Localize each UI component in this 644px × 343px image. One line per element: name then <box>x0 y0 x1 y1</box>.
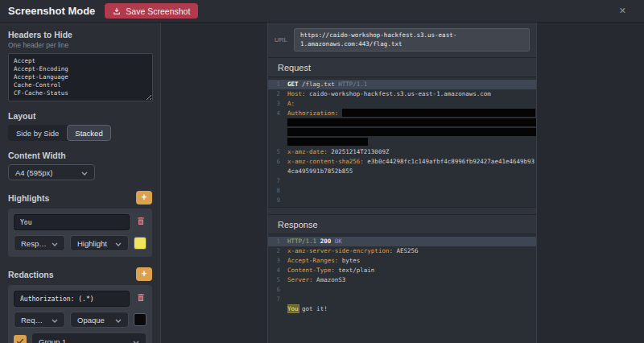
code-line: 3Accept-Ranges: bytes <box>268 256 536 266</box>
highlight-color-swatch[interactable] <box>134 237 147 250</box>
code-line: 8 <box>268 186 536 196</box>
redaction-rule-card: Request Opaque Group 1 <box>8 285 152 343</box>
code-line: 1GET /flag.txt HTTP/1.1 <box>268 80 536 89</box>
highlight-style-select[interactable]: Highlight <box>70 235 129 251</box>
headers-to-hide-sublabel: One header per line <box>8 41 152 49</box>
redaction-style-select[interactable]: Opaque <box>70 312 129 328</box>
group-checkbox[interactable] <box>14 335 27 343</box>
sidebar: Headers to Hide One header per line Acce… <box>0 23 161 343</box>
response-editor: 1HTTP/1.1 200 OK2x-amz-server-side-encry… <box>268 234 536 343</box>
layout-label: Layout <box>8 111 152 121</box>
url-value: https://caido-workshop-hackfest.s3.us-ea… <box>294 28 530 52</box>
close-button[interactable]: ✕ <box>619 6 626 16</box>
code-line <box>268 118 536 128</box>
chevron-down-icon <box>115 239 122 248</box>
add-highlight-button[interactable]: + <box>136 191 152 205</box>
topbar: Screenshot Mode Save Screenshot ✕ <box>0 0 644 23</box>
download-icon <box>113 7 121 15</box>
response-section-title: Response <box>268 214 536 234</box>
delete-highlight-button[interactable] <box>134 216 147 229</box>
code-line: 6x-amz-content-sha256: e3b0c44298fc1c149… <box>268 157 536 167</box>
headers-to-hide-label: Headers to Hide <box>8 30 152 39</box>
code-line: 5x-amz-date: 20251214T213009Z <box>268 147 536 157</box>
content-width-label: Content Width <box>8 151 152 160</box>
section-gap <box>268 208 536 214</box>
headers-to-hide-textarea[interactable]: Accept Accept-Encoding Accept-Language C… <box>8 53 153 101</box>
chevron-down-icon <box>81 168 88 177</box>
page-title: Screenshot Mode <box>8 5 95 17</box>
redaction-scope-select[interactable]: Request <box>14 312 65 328</box>
code-line: 6 <box>268 285 536 295</box>
code-line: 3A: <box>268 99 536 109</box>
code-line <box>268 138 536 147</box>
chevron-down-icon <box>133 337 139 343</box>
code-line: 7 <box>268 176 536 186</box>
url-row: URL https://caido-workshop-hackfest.s3.u… <box>268 23 536 58</box>
highlight-scope-select[interactable]: Response <box>14 235 65 251</box>
code-line: 4ca495991b7852b855 <box>268 167 536 176</box>
code-line: You got it! <box>268 304 536 314</box>
code-line: 4Content-Type: text/plain <box>268 266 536 275</box>
preview-area: URL https://caido-workshop-hackfest.s3.u… <box>161 23 644 343</box>
chevron-down-icon <box>115 316 122 324</box>
url-label: URL <box>275 36 287 43</box>
code-line: 4Authorization: <box>268 109 536 118</box>
highlights-label: Highlights <box>8 193 49 203</box>
redaction-color-swatch[interactable] <box>134 313 147 326</box>
chevron-down-icon <box>52 239 58 248</box>
code-line: 7 <box>268 295 536 304</box>
save-screenshot-button[interactable]: Save Screenshot <box>105 3 198 19</box>
code-line: 9 <box>268 196 536 205</box>
layout-option-side-by-side[interactable]: Side by Side <box>8 125 67 141</box>
content-width-select[interactable]: A4 (595px) <box>8 164 95 180</box>
request-section-title: Request <box>268 58 536 77</box>
highlight-pattern-input[interactable] <box>14 214 130 230</box>
request-editor: 1GET /flag.txt HTTP/1.12Host: caido-work… <box>268 77 536 208</box>
code-line: 5Server: AmazonS3 <box>268 275 536 285</box>
redaction-pattern-input[interactable] <box>14 291 130 307</box>
delete-redaction-button[interactable] <box>134 292 147 305</box>
chevron-down-icon <box>52 316 58 324</box>
code-line: 2Host: caido-workshop-hackfest.s3.us-eas… <box>268 89 536 99</box>
code-line: 2x-amz-server-side-encryption: AES256 <box>268 246 536 256</box>
layout-toggle-group: Side by Side Stacked <box>8 125 111 141</box>
code-line: 1HTTP/1.1 200 OK <box>268 237 536 246</box>
redaction-group-select[interactable]: Group 1 <box>31 333 147 343</box>
code-line <box>268 128 536 138</box>
add-redaction-button[interactable]: + <box>136 267 152 281</box>
layout-option-stacked[interactable]: Stacked <box>67 125 110 141</box>
highlight-rule-card: Response Highlight <box>8 209 152 257</box>
redactions-label: Redactions <box>8 270 54 279</box>
screenshot-preview-panel: URL https://caido-workshop-hackfest.s3.u… <box>267 23 537 343</box>
